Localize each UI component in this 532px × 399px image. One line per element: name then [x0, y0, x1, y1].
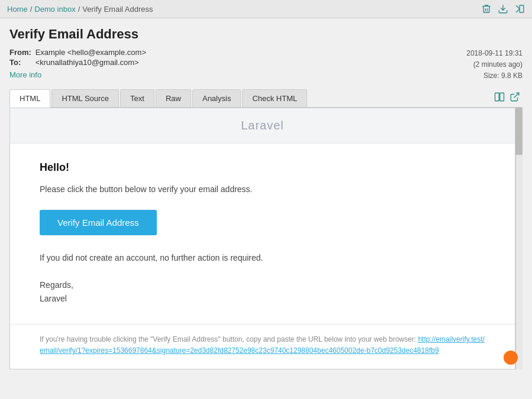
- svg-rect-2: [495, 93, 499, 101]
- email-meta: From: Example <hello@example.com> To: <k…: [9, 48, 523, 82]
- tab-check-html[interactable]: Check HTML: [242, 89, 307, 107]
- trash-icon[interactable]: [481, 4, 492, 14]
- svg-rect-3: [500, 93, 504, 101]
- email-no-action-text: If you did not create an account, no fur…: [40, 252, 485, 264]
- to-field: To: <krunallathiya10@gmail.com>: [9, 58, 146, 67]
- verify-email-button[interactable]: Verify Email Address: [40, 210, 157, 235]
- breadcrumb-home[interactable]: Home: [7, 5, 28, 14]
- from-value: Example <hello@example.com>: [36, 48, 146, 57]
- email-regards: Regards, Laravel: [40, 278, 485, 307]
- download-icon[interactable]: [498, 4, 508, 14]
- email-footer-text: If you're having trouble clicking the "V…: [40, 334, 485, 356]
- tab-text[interactable]: Text: [120, 89, 154, 107]
- email-relative-time: (2 minutes ago): [466, 59, 523, 70]
- email-intro-text: Please click the button below to verify …: [40, 183, 485, 196]
- breadcrumb: Home / Demo inbox / Verify Email Address: [7, 5, 153, 14]
- email-footer: If you're having trouble clicking the "V…: [10, 324, 515, 368]
- tabs-container: HTML HTML Source Text Raw Analysis Check…: [9, 89, 523, 108]
- scrollbar-thumb[interactable]: [515, 108, 523, 155]
- breadcrumb-sep1: /: [30, 5, 33, 14]
- forward-icon[interactable]: [514, 4, 525, 14]
- email-datetime: 2018-09-11 19:31: [466, 48, 523, 59]
- tab-html[interactable]: HTML: [9, 89, 50, 108]
- breadcrumb-current: Verify Email Address: [82, 5, 153, 14]
- sender-name: Laravel: [40, 294, 67, 303]
- tab-analysis[interactable]: Analysis: [192, 89, 241, 107]
- external-link-icon[interactable]: [510, 92, 520, 102]
- tab-raw[interactable]: Raw: [156, 89, 191, 107]
- from-label: From:: [9, 48, 33, 57]
- top-bar: Home / Demo inbox / Verify Email Address: [0, 0, 532, 18]
- email-size: Size: 9.8 KB: [466, 70, 523, 82]
- email-frame-wrapper: Laravel Hello! Please click the button b…: [9, 108, 523, 369]
- split-view-icon[interactable]: [494, 92, 505, 102]
- breadcrumb-sep2: /: [78, 5, 80, 14]
- regards-line: Regards,: [40, 280, 73, 290]
- scrollbar-track[interactable]: [515, 108, 523, 369]
- email-greeting: Hello!: [40, 161, 485, 174]
- svg-line-4: [514, 93, 519, 98]
- email-content-body: Hello! Please click the button below to …: [10, 144, 515, 325]
- more-info-link[interactable]: More info: [9, 70, 41, 79]
- tab-html-source[interactable]: HTML Source: [51, 89, 119, 107]
- main-content: Verify Email Address From: Example <hell…: [0, 18, 532, 378]
- email-meta-right: 2018-09-11 19:31 (2 minutes ago) Size: 9…: [466, 48, 523, 82]
- email-title: Verify Email Address: [9, 27, 523, 42]
- from-field: From: Example <hello@example.com>: [9, 48, 146, 57]
- verify-button-wrapper: Verify Email Address: [40, 210, 485, 235]
- top-action-icons: [481, 4, 525, 14]
- footer-text-before: If you're having trouble clicking the "V…: [40, 335, 418, 343]
- email-meta-left: From: Example <hello@example.com> To: <k…: [9, 48, 146, 79]
- tab-list: HTML HTML Source Text Raw Analysis Check…: [9, 89, 308, 107]
- tab-action-icons: [494, 92, 523, 105]
- email-frame: Laravel Hello! Please click the button b…: [9, 108, 515, 369]
- to-value: <krunallathiya10@gmail.com>: [36, 58, 139, 67]
- breadcrumb-demo-inbox[interactable]: Demo inbox: [34, 5, 75, 14]
- svg-rect-1: [520, 5, 524, 12]
- to-label: To:: [9, 58, 33, 67]
- email-banner-text: Laravel: [241, 119, 284, 132]
- email-banner: Laravel: [10, 108, 515, 144]
- orange-indicator: [504, 351, 518, 365]
